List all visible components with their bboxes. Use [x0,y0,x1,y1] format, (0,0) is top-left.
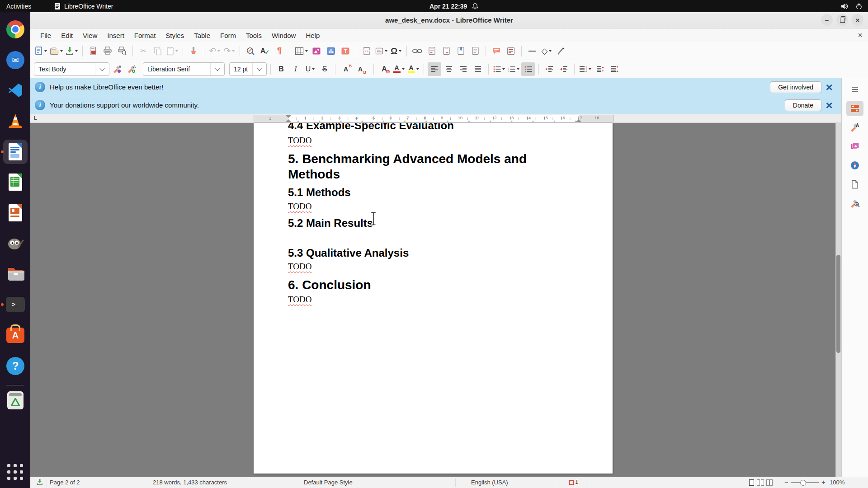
align-right-button[interactable] [457,62,470,76]
focused-app-indicator[interactable]: LibreOffice Writer [54,3,113,10]
view-layout-buttons[interactable] [749,479,774,487]
dropdown-arrow-icon[interactable] [232,50,235,52]
formatting-marks-button[interactable]: ¶ [273,44,286,58]
font-name-combobox[interactable]: Liberation Serif [143,62,225,76]
export-pdf-button[interactable] [86,44,100,58]
dock-item-show-applications[interactable] [5,461,26,483]
sidebar-tab-properties[interactable] [846,101,863,116]
unordered-list-button[interactable] [492,62,506,76]
menu-insert[interactable]: Insert [102,30,129,41]
redo-button[interactable]: ↷ [222,44,236,58]
word-count-status[interactable]: 218 words, 1,433 characters [153,479,227,486]
dock-item-libreoffice-calc[interactable] [5,171,26,193]
menu-styles[interactable]: Styles [160,30,189,41]
document-canvas[interactable]: 4.4 Example-Specific Evaluation TODO 5. … [30,123,835,477]
insert-chart-button[interactable] [324,44,338,58]
dock-item-gimp[interactable] [5,233,26,254]
open-button[interactable] [49,44,64,58]
italic-button[interactable]: I [289,62,302,76]
dropdown-arrow-icon[interactable] [399,50,401,52]
new-document-button[interactable] [34,44,48,58]
dropdown-arrow-icon[interactable] [402,68,405,70]
dock-item-libreoffice-writer[interactable] [5,141,26,163]
single-page-view-icon[interactable] [749,479,754,486]
close-button[interactable]: × [852,14,863,26]
zoom-in-button[interactable]: + [821,478,826,486]
save-status-icon[interactable] [37,479,43,487]
bold-button[interactable]: B [274,62,288,76]
menu-view[interactable]: View [78,30,102,41]
get-involved-button[interactable]: Get involved [770,81,821,93]
insert-image-button[interactable] [310,44,323,58]
dropdown-arrow-icon[interactable] [305,50,308,52]
todo-paragraph[interactable]: TODO [288,261,311,272]
sidebar-tab-gallery[interactable] [846,139,863,154]
paste-button[interactable] [165,44,179,58]
heading-5-3[interactable]: 5.3 Qualitative Analysis [288,246,579,260]
dropdown-arrow-icon[interactable] [589,68,591,70]
align-left-button[interactable] [428,62,441,76]
dropdown-arrow-icon[interactable] [217,50,220,52]
dock-item-files[interactable] [5,263,26,285]
sidebar-tab-style-inspector[interactable]: A [846,196,863,211]
dropdown-arrow-icon[interactable] [502,68,505,70]
strikethrough-button[interactable]: S [318,62,331,76]
todo-paragraph[interactable]: TODO [288,294,311,305]
clock-menu[interactable]: Apr 21 22:39 [429,3,479,10]
insert-hyperlink-button[interactable] [410,44,424,58]
menu-tools[interactable]: Tools [241,30,267,41]
zoom-slider-thumb[interactable] [800,480,806,486]
dropdown-arrow-icon[interactable] [312,68,315,70]
paragraph-style-combobox[interactable]: Text Body [34,62,109,76]
empty-paragraph[interactable] [288,233,579,244]
insert-bookmark-button[interactable] [454,44,467,58]
selection-mode-status[interactable]: I [569,479,579,485]
dock-item-help[interactable]: ? [5,355,26,377]
insert-table-button[interactable] [294,44,309,58]
scrollbar-thumb[interactable] [836,255,840,353]
close-document-icon[interactable]: × [858,31,863,40]
chevron-down-icon[interactable] [252,63,266,75]
chevron-down-icon[interactable] [210,63,224,75]
donate-button[interactable]: Donate [785,99,821,111]
update-style-button[interactable]: A [110,62,124,76]
menu-help[interactable]: Help [301,30,325,41]
clone-formatting-button[interactable] [187,44,200,58]
infobar-close-icon[interactable]: × [821,81,837,93]
menu-file[interactable]: File [35,30,56,41]
dropdown-arrow-icon[interactable] [75,50,78,52]
heading-6[interactable]: 6. Conclusion [288,277,579,293]
system-status-area[interactable] [841,3,863,10]
activities-button[interactable]: Activities [6,3,31,10]
menu-window[interactable]: Window [267,30,301,41]
basic-shapes-button[interactable]: ◇ [540,44,553,58]
insert-cross-reference-button[interactable] [468,44,482,58]
sidebar-settings-button[interactable] [846,82,863,97]
restore-button[interactable] [836,14,848,26]
decrease-indent-button[interactable] [557,62,571,76]
page-count-status[interactable]: Page 2 of 2 [50,479,80,486]
clear-formatting-button[interactable]: A⊘ [377,62,391,76]
find-replace-button[interactable] [244,44,257,58]
dropdown-arrow-icon[interactable] [549,50,552,52]
underline-button[interactable]: U [303,62,317,76]
dock-item-vlc[interactable] [5,110,26,132]
new-style-button[interactable]: A [125,62,138,76]
dock-item-trash[interactable] [5,389,26,411]
zoom-level-status[interactable]: 100% [830,479,844,486]
vertical-scrollbar[interactable] [835,123,841,477]
dropdown-arrow-icon[interactable] [60,50,63,52]
align-justify-button[interactable] [471,62,485,76]
increase-paragraph-spacing-button[interactable] [593,62,607,76]
freeform-line-button[interactable] [554,44,568,58]
sidebar-tab-navigator[interactable] [846,158,863,173]
insert-endnote-button[interactable] [439,44,453,58]
dock-item-libreoffice-impress[interactable] [5,202,26,224]
dock-item-google-chrome[interactable] [5,19,26,40]
font-size-combobox[interactable]: 12 pt [229,62,267,76]
dock-item-thunderbird[interactable]: ✉ [5,49,26,71]
heading-4-4[interactable]: 4.4 Example-Specific Evaluation [288,123,579,132]
heading-5-1[interactable]: 5.1 Methods [288,186,579,199]
menu-edit[interactable]: Edit [56,30,78,41]
dropdown-arrow-icon[interactable] [416,68,419,70]
